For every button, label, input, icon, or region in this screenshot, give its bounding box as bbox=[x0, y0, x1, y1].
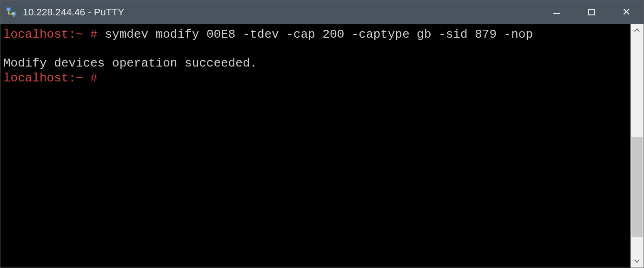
putty-window: 10.228.244.46 - PuTTY ✕ localhost:~ # sy… bbox=[0, 0, 644, 268]
scroll-up-arrow-icon[interactable] bbox=[631, 24, 644, 37]
vertical-scrollbar[interactable] bbox=[631, 24, 644, 268]
close-button[interactable]: ✕ bbox=[609, 0, 644, 24]
terminal-line bbox=[3, 42, 629, 56]
minimize-icon bbox=[553, 13, 560, 14]
terminal-prompt: localhost:~ # bbox=[3, 27, 98, 41]
putty-icon bbox=[6, 7, 16, 17]
terminal-line: localhost:~ # symdev modify 00E8 -tdev -… bbox=[3, 27, 629, 42]
terminal-command: symdev modify 00E8 -tdev -cap 200 -capty… bbox=[98, 27, 533, 41]
svg-rect-3 bbox=[13, 15, 14, 17]
terminal[interactable]: localhost:~ # symdev modify 00E8 -tdev -… bbox=[0, 24, 631, 268]
terminal-line: localhost:~ # bbox=[3, 71, 629, 86]
close-icon: ✕ bbox=[622, 7, 631, 17]
maximize-icon bbox=[588, 9, 595, 15]
svg-rect-1 bbox=[8, 11, 9, 12]
minimize-button[interactable] bbox=[539, 0, 574, 24]
window-controls: ✕ bbox=[539, 0, 644, 24]
scroll-thumb[interactable] bbox=[631, 137, 643, 237]
terminal-line: Modify devices operation succeeded. bbox=[3, 56, 629, 71]
scroll-down-arrow-icon[interactable] bbox=[631, 255, 644, 268]
window-title: 10.228.244.46 - PuTTY bbox=[23, 7, 539, 18]
maximize-button[interactable] bbox=[574, 0, 609, 24]
titlebar[interactable]: 10.228.244.46 - PuTTY ✕ bbox=[0, 0, 644, 24]
scroll-track[interactable] bbox=[631, 37, 644, 255]
content-area: localhost:~ # symdev modify 00E8 -tdev -… bbox=[0, 24, 644, 268]
svg-rect-0 bbox=[7, 7, 10, 11]
terminal-prompt: localhost:~ # bbox=[3, 71, 98, 85]
terminal-output: Modify devices operation succeeded. bbox=[3, 56, 257, 70]
